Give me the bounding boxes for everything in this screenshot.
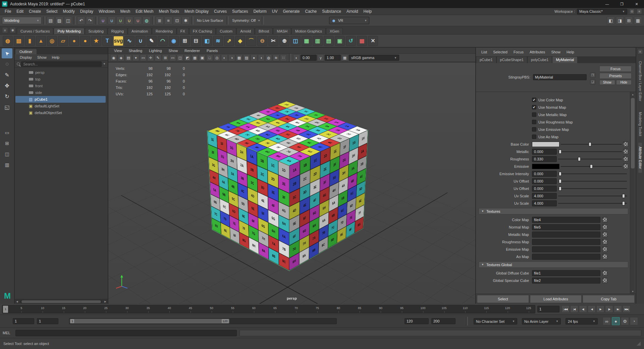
value-field[interactable]: 0.000 bbox=[532, 186, 557, 192]
outliner-menu-display[interactable]: Display bbox=[17, 55, 34, 59]
poly-sphere-icon[interactable]: ◍ bbox=[3, 36, 13, 46]
select-button[interactable]: Select bbox=[477, 295, 529, 303]
combine-icon[interactable]: ⊞ bbox=[180, 36, 190, 46]
slider-handle[interactable] bbox=[578, 157, 581, 161]
snap-to-curves-icon[interactable]: ∪ bbox=[108, 16, 116, 24]
attribute-slider[interactable] bbox=[558, 201, 627, 206]
shelf-tab-mash[interactable]: MASH bbox=[273, 28, 291, 34]
menu-select[interactable]: Select bbox=[44, 8, 60, 15]
shelf-tab-bifrost[interactable]: Bifrost bbox=[255, 28, 273, 34]
uv-distortion-icon[interactable]: ▣ bbox=[335, 36, 345, 46]
select-tool[interactable]: ➤ bbox=[2, 48, 12, 58]
wireframe-on-shaded-icon[interactable]: ▩ bbox=[236, 54, 243, 61]
color-swatch[interactable] bbox=[532, 164, 559, 169]
texture-map-button[interactable] bbox=[623, 149, 628, 154]
step-back-frame-button[interactable]: ◀| bbox=[579, 305, 587, 313]
inputs-to-selected-icon[interactable]: ≣ bbox=[156, 16, 164, 24]
gate-mask-icon[interactable]: ◩ bbox=[184, 54, 191, 61]
hide-button[interactable]: Hide bbox=[616, 80, 632, 85]
menu-edit[interactable]: Edit bbox=[14, 8, 26, 15]
texture-field[interactable]: file2 bbox=[532, 278, 600, 284]
swap-tab-icon[interactable]: ❏ bbox=[590, 79, 595, 85]
poly-plane-icon[interactable]: ▱ bbox=[58, 36, 68, 46]
two-d-pan-zoom-icon[interactable]: ✛ bbox=[147, 54, 154, 61]
poly-disc-icon[interactable]: ● bbox=[69, 36, 79, 46]
command-language-label[interactable]: MEL bbox=[3, 331, 13, 335]
textured-icon[interactable]: ▨ bbox=[243, 54, 250, 61]
load-attributes-button[interactable]: Load Attributes bbox=[530, 295, 582, 303]
show-button[interactable]: Show bbox=[599, 80, 615, 85]
viewport-menu-show[interactable]: Show bbox=[166, 49, 181, 53]
symmetry-label[interactable]: Symmetry: Off bbox=[230, 18, 258, 22]
menu-arnold[interactable]: Arnold bbox=[344, 8, 361, 15]
uv-unfold-icon[interactable]: ▤ bbox=[324, 36, 334, 46]
outliner-item-persp[interactable]: persp bbox=[15, 69, 106, 76]
ambient-occlusion-icon[interactable]: ◍ bbox=[265, 54, 272, 61]
bookmarks-icon[interactable]: ▾ bbox=[132, 54, 139, 61]
single-pane-layout[interactable]: ▭ bbox=[2, 128, 12, 138]
outliner-item-side[interactable]: side bbox=[15, 89, 106, 96]
paint-select-tool[interactable]: ✎ bbox=[2, 70, 12, 80]
menu-help[interactable]: Help bbox=[361, 8, 375, 15]
sweep-mesh-icon[interactable]: ◠ bbox=[158, 36, 168, 46]
snap-to-points-icon[interactable]: ∪ bbox=[116, 16, 124, 24]
show-toolbox-icon[interactable]: ◨ bbox=[616, 16, 624, 24]
outliner-menu-show[interactable]: Show bbox=[35, 55, 49, 59]
attribute-menu-show[interactable]: Show bbox=[548, 50, 563, 54]
shelf-tab-fx[interactable]: FX bbox=[177, 28, 189, 34]
attribute-scroll-area[interactable]: ✔Use Color Map✔Use Normal MapUse Metalli… bbox=[476, 92, 636, 294]
checkbox-use-roughness-map[interactable] bbox=[532, 120, 536, 124]
step-back-key-button[interactable]: |◀ bbox=[570, 305, 578, 313]
minimize-button[interactable]: — bbox=[600, 0, 614, 8]
menu-surfaces[interactable]: Surfaces bbox=[229, 8, 251, 15]
shelf-tab-arnold[interactable]: Arnold bbox=[236, 28, 255, 34]
range-bar[interactable]: 1 120 bbox=[70, 319, 229, 323]
animation-preferences-icon[interactable]: ⚙ bbox=[621, 317, 629, 325]
maximize-button[interactable]: ❐ bbox=[614, 0, 629, 8]
attribute-slider[interactable] bbox=[558, 193, 627, 199]
timeline-track[interactable]: 1 51015202530354045505560657075808590951… bbox=[2, 305, 535, 313]
outliner-pane-layout[interactable]: ◫ bbox=[2, 149, 12, 159]
live-surface-label[interactable]: No Live Surface bbox=[195, 18, 225, 22]
texture-map-button[interactable] bbox=[602, 217, 607, 222]
slider-handle[interactable] bbox=[622, 201, 625, 205]
mirror-icon[interactable]: ◫ bbox=[290, 36, 301, 46]
outliner-menu-help[interactable]: Help bbox=[50, 55, 62, 59]
texture-map-button[interactable] bbox=[623, 164, 628, 169]
menu-mesh-tools[interactable]: Mesh Tools bbox=[156, 8, 182, 15]
outliner-tab[interactable]: Outliner bbox=[15, 49, 37, 54]
fps-dropdown[interactable]: 24 fps ▼ bbox=[566, 318, 598, 325]
value-field[interactable]: 0.000 bbox=[532, 149, 557, 155]
safe-title-icon[interactable]: □ bbox=[206, 54, 213, 61]
view-transform-dropdown[interactable]: sRGB gamma ▼ bbox=[349, 55, 399, 61]
outliner-item-defaultobjectset[interactable]: ▣defaultObjectSet bbox=[15, 109, 106, 116]
extrude-icon[interactable]: ⇗ bbox=[224, 36, 234, 46]
outliner-item-defaultlightset[interactable]: ▣defaultLightSet bbox=[15, 103, 106, 109]
viewport-menu-shading[interactable]: Shading bbox=[126, 49, 145, 53]
viewport-menu-view[interactable]: View bbox=[111, 49, 125, 53]
attribute-tab-polycube1[interactable]: polyCube1 bbox=[527, 56, 552, 63]
shadows-icon[interactable]: ◖ bbox=[258, 54, 265, 61]
channel-box-layer-editor-tab[interactable]: Channel Box / Layer Editor bbox=[638, 57, 642, 105]
show-editor-sidebar-icon[interactable]: ◧ bbox=[607, 16, 615, 24]
highlight-selection-icon[interactable]: ◎ bbox=[214, 54, 220, 61]
scroll-down-icon[interactable]: ▼ bbox=[630, 289, 635, 294]
texture-map-button[interactable] bbox=[623, 156, 628, 161]
section-header-textures[interactable]: ▼Textures bbox=[479, 208, 628, 214]
hscroll-track[interactable] bbox=[20, 300, 102, 303]
anim-layer-dropdown[interactable]: No Anim Layer ▼ bbox=[522, 318, 561, 325]
shelf-tab-fx-caching[interactable]: FX Caching bbox=[189, 28, 216, 34]
auto-key-icon[interactable]: ● bbox=[612, 317, 620, 325]
grease-pencil-icon[interactable]: ✎ bbox=[155, 54, 161, 61]
poly-torus-icon[interactable]: ◎ bbox=[47, 36, 57, 46]
texture-map-button[interactable] bbox=[602, 254, 607, 259]
camera-attributes-icon[interactable]: ▤ bbox=[125, 54, 132, 61]
workspace-pin-icon[interactable]: ⊙ bbox=[629, 9, 635, 14]
texture-field[interactable]: file4 bbox=[532, 217, 600, 223]
go-to-start-button[interactable]: |◀◀ bbox=[561, 305, 570, 313]
snap-magnet-icon[interactable]: ∪ bbox=[136, 36, 146, 46]
gamma-icon[interactable]: γ bbox=[317, 54, 324, 61]
shelf-gear-icon[interactable]: ✱ bbox=[10, 27, 16, 33]
gamma-field[interactable]: 1.00 bbox=[325, 55, 341, 61]
texture-field[interactable] bbox=[532, 254, 600, 260]
